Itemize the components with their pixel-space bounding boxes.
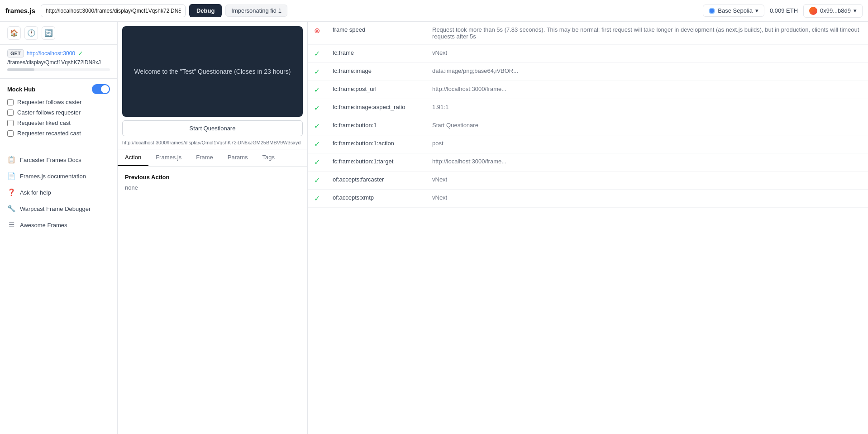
sidebar: 🏠 🕐 🔄 GET http://localhost:3000 ✓ /frame… [0, 22, 118, 434]
diag-key: fc:frame:button:1:action [326, 135, 426, 153]
diag-key: fc:frame [326, 45, 426, 63]
check-icon: ✓ [78, 50, 83, 57]
docs-icon: 📋 [7, 156, 15, 164]
sidebar-item-label: Farcaster Frames Docs [20, 157, 81, 163]
table-row: ✓ fc:frame:image data:image/png;base64,i… [308, 63, 868, 81]
table-row: ✓ fc:frame:image:aspect_ratio 1.91:1 [308, 99, 868, 117]
scrollbar-thumb [7, 68, 34, 71]
wallet-address: 0x99...b8d9 [820, 7, 851, 14]
diag-value: vNext [426, 190, 868, 208]
chevron-down-icon: ▾ [755, 7, 758, 14]
tab-frame[interactable]: Frame [189, 149, 220, 166]
main-layout: 🏠 🕐 🔄 GET http://localhost:3000 ✓ /frame… [0, 22, 868, 434]
diag-value: Start Questionare [426, 117, 868, 135]
requester-liked-checkbox[interactable] [7, 120, 14, 126]
mock-hub-toggle[interactable] [92, 84, 110, 94]
previous-action-title: Previous Action [125, 174, 300, 181]
sidebar-item-label: Frames.js documentation [20, 173, 86, 180]
avatar [809, 7, 817, 15]
tab-tags[interactable]: Tags [255, 149, 282, 166]
sidebar-item-farcaster-docs[interactable]: 📋 Farcaster Frames Docs [0, 152, 117, 168]
diag-key: fc:frame:post_url [326, 81, 426, 99]
requester-recasted-checkbox[interactable] [7, 130, 14, 137]
diag-value: post [426, 135, 868, 153]
diag-value: 1.91:1 [426, 99, 868, 117]
start-questionare-button[interactable]: Start Questionare [122, 120, 303, 136]
requester-liked-label: Requester liked cast [17, 119, 71, 126]
diag-status-icon: ✓ [308, 153, 326, 172]
sidebar-toolbar: 🏠 🕐 🔄 [0, 22, 117, 45]
network-button[interactable]: Base Sepolia ▾ [703, 5, 764, 17]
network-dot-icon [709, 8, 715, 14]
url-host: http://localhost:3000 [27, 50, 75, 57]
debug-button[interactable]: Debug [189, 4, 222, 17]
sidebar-item-warpcast-debugger[interactable]: 🔧 Warpcast Frame Debugger [0, 200, 117, 217]
diag-key: fc:frame:image [326, 63, 426, 81]
center-panel: Welcome to the "Test" Questionare (Close… [118, 22, 308, 434]
url-path: /frames/display/Qmcf1VqshK72iDN8xJ [7, 59, 110, 66]
wallet-button[interactable]: 0x99...b8d9 ▾ [803, 4, 863, 18]
diag-key: frame speed [326, 22, 426, 45]
caster-follows-checkbox[interactable] [7, 110, 14, 116]
diag-value: Request took more than 5s (7.83 seconds)… [426, 22, 868, 45]
sidebar-item-label: Awesome Frames [20, 222, 67, 229]
mock-hub-section: Mock Hub Requester follows caster Caster… [0, 79, 117, 146]
sidebar-item-ask-help[interactable]: ❓ Ask for help [0, 184, 117, 200]
sidebar-item-label: Ask for help [20, 189, 51, 196]
url-input-wrap[interactable] [41, 5, 186, 17]
table-row: ✓ of:accepts:farcaster vNext [308, 172, 868, 190]
topbar: frames.js Debug Impersonating fid 1 Base… [0, 0, 868, 22]
requester-follows-checkbox[interactable] [7, 99, 14, 105]
mock-hub-label: Mock Hub [7, 86, 35, 93]
requester-recasted-label: Requester recasted cast [17, 130, 81, 137]
table-row: ✓ fc:frame:post_url http://localhost:300… [308, 81, 868, 99]
sidebar-item-label: Warpcast Frame Debugger [20, 205, 91, 212]
diag-value: http://localhost:3000/frame... [426, 81, 868, 99]
warpcast-icon: 🔧 [7, 205, 15, 213]
previous-action-value: none [125, 184, 300, 191]
url-input[interactable] [41, 5, 185, 17]
url-display: GET http://localhost:3000 ✓ /frames/disp… [0, 45, 117, 79]
diag-key: fc:frame:image:aspect_ratio [326, 99, 426, 117]
tabs-bar: Action Frames.js Frame Params Tags [118, 149, 307, 167]
framesjs-icon: 📄 [7, 172, 15, 180]
toggle-knob [101, 85, 109, 93]
tab-params[interactable]: Params [220, 149, 255, 166]
table-row: ✓ of:accepts:xmtp vNext [308, 190, 868, 208]
diag-value: http://localhost:3000/frame... [426, 153, 868, 172]
checkbox-requester-recasted: Requester recasted cast [7, 130, 110, 137]
frame-link: http://localhost:3000/frames/display/Qmc… [118, 140, 307, 149]
diag-key: of:accepts:farcaster [326, 172, 426, 190]
frame-preview-text: Welcome to the "Test" Questionare (Close… [125, 59, 300, 84]
topbar-right: Base Sepolia ▾ 0.009 ETH 0x99...b8d9 ▾ [703, 4, 863, 18]
sidebar-item-awesome-frames[interactable]: ☰ Awesome Frames [0, 217, 117, 233]
diag-status-icon: ✓ [308, 63, 326, 81]
tab-content-action: Previous Action none [118, 167, 307, 434]
network-label: Base Sepolia [718, 7, 753, 14]
sidebar-item-framesjs-docs[interactable]: 📄 Frames.js documentation [0, 168, 117, 184]
diag-status-icon: ⊗ [308, 22, 326, 45]
diag-status-icon: ✓ [308, 135, 326, 153]
diag-value: vNext [426, 45, 868, 63]
impersonate-badge[interactable]: Impersonating fid 1 [225, 5, 287, 17]
diag-value: data:image/png;base64,iVBOR... [426, 63, 868, 81]
diag-status-icon: ✓ [308, 190, 326, 208]
diag-value: vNext [426, 172, 868, 190]
diag-key: fc:frame:button:1 [326, 117, 426, 135]
eth-balance: 0.009 ETH [770, 7, 798, 14]
history-button[interactable]: 🕐 [24, 26, 38, 40]
tab-action[interactable]: Action [118, 149, 148, 166]
frame-btn-wrap: Start Questionare [118, 117, 307, 140]
checkbox-requester-follows: Requester follows caster [7, 99, 110, 105]
table-row: ✓ fc:frame:button:1:target http://localh… [308, 153, 868, 172]
diag-status-icon: ✓ [308, 99, 326, 117]
tab-framesjs[interactable]: Frames.js [148, 149, 189, 166]
requester-follows-label: Requester follows caster [17, 99, 81, 105]
diag-key: fc:frame:button:1:target [326, 153, 426, 172]
chevron-down-icon: ▾ [854, 7, 857, 14]
scrollbar-track[interactable] [7, 68, 110, 71]
help-icon: ❓ [7, 188, 15, 196]
sidebar-links: 📋 Farcaster Frames Docs 📄 Frames.js docu… [0, 146, 117, 238]
refresh-button[interactable]: 🔄 [42, 26, 55, 40]
home-button[interactable]: 🏠 [7, 26, 21, 40]
